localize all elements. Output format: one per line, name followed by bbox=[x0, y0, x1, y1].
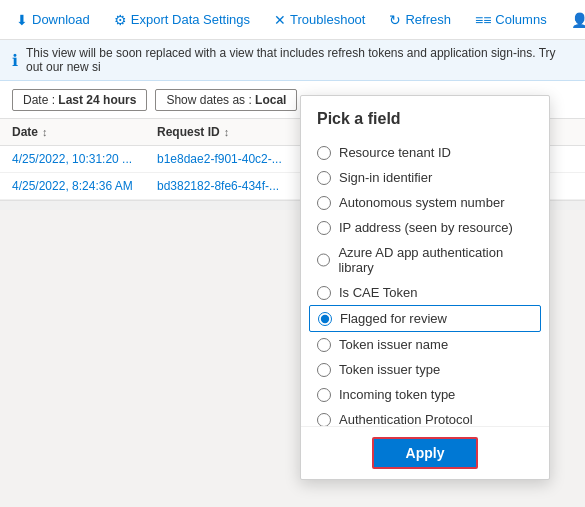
refresh-icon: ↻ bbox=[389, 12, 401, 28]
radio-input[interactable] bbox=[317, 221, 331, 235]
radio-item[interactable]: Is CAE Token bbox=[301, 280, 549, 305]
show-dates-label: Show dates as : Local bbox=[166, 93, 286, 107]
sort-icon-reqid[interactable]: ↕ bbox=[224, 126, 230, 138]
toolbar: ⬇ Download ⚙ Export Data Settings ✕ Trou… bbox=[0, 0, 585, 40]
info-banner: ℹ This view will be soon replaced with a… bbox=[0, 40, 585, 81]
refresh-button[interactable]: ↻ Refresh bbox=[381, 8, 459, 32]
radio-label: Token issuer name bbox=[339, 337, 448, 352]
refresh-label: Refresh bbox=[405, 12, 451, 27]
radio-label: Resource tenant ID bbox=[339, 145, 451, 160]
got-button[interactable]: 👤 Got f bbox=[563, 8, 585, 32]
date-filter-chip[interactable]: Date : Last 24 hours bbox=[12, 89, 147, 111]
radio-label: Sign-in identifier bbox=[339, 170, 432, 185]
date-filter-label: Date : Last 24 hours bbox=[23, 93, 136, 107]
download-icon: ⬇ bbox=[16, 12, 28, 28]
radio-input[interactable] bbox=[317, 338, 331, 352]
radio-label: Is CAE Token bbox=[339, 285, 418, 300]
export-button[interactable]: ⚙ Export Data Settings bbox=[106, 8, 258, 32]
radio-item[interactable]: Azure AD app authentication library bbox=[301, 240, 549, 280]
radio-label: Flagged for review bbox=[340, 311, 447, 326]
radio-input[interactable] bbox=[317, 388, 331, 402]
dropdown-title: Pick a field bbox=[301, 96, 549, 136]
radio-item[interactable]: Incoming token type bbox=[301, 382, 549, 407]
radio-item[interactable]: IP address (seen by resource) bbox=[301, 215, 549, 240]
user-icon: 👤 bbox=[571, 12, 585, 28]
radio-item[interactable]: Flagged for review bbox=[309, 305, 541, 332]
columns-icon: ≡≡ bbox=[475, 12, 491, 28]
dropdown-footer: Apply bbox=[301, 426, 549, 479]
sort-icon-date[interactable]: ↕ bbox=[42, 126, 48, 138]
radio-label: Authentication Protocol bbox=[339, 412, 473, 426]
radio-item[interactable]: Sign-in identifier bbox=[301, 165, 549, 190]
download-label: Download bbox=[32, 12, 90, 27]
radio-input[interactable] bbox=[317, 286, 331, 300]
dropdown-list[interactable]: Resource tenant IDSign-in identifierAuto… bbox=[301, 136, 549, 426]
radio-item[interactable]: Authentication Protocol bbox=[301, 407, 549, 426]
radio-item[interactable]: Resource tenant ID bbox=[301, 140, 549, 165]
radio-input[interactable] bbox=[317, 413, 331, 427]
cell-reqid-1: b1e8dae2-f901-40c2-... bbox=[157, 152, 302, 166]
troubleshoot-button[interactable]: ✕ Troubleshoot bbox=[266, 8, 373, 32]
col-header-reqid: Request ID ↕ bbox=[157, 125, 302, 139]
radio-input[interactable] bbox=[317, 253, 330, 267]
radio-input[interactable] bbox=[317, 196, 331, 210]
radio-input[interactable] bbox=[317, 146, 331, 160]
radio-input[interactable] bbox=[317, 363, 331, 377]
radio-item[interactable]: Token issuer name bbox=[301, 332, 549, 357]
columns-label: Columns bbox=[495, 12, 546, 27]
banner-text: This view will be soon replaced with a v… bbox=[26, 46, 573, 74]
columns-button[interactable]: ≡≡ Columns bbox=[467, 8, 555, 32]
export-label: Export Data Settings bbox=[131, 12, 250, 27]
troubleshoot-label: Troubleshoot bbox=[290, 12, 365, 27]
cell-date-1: 4/25/2022, 10:31:20 ... bbox=[12, 152, 157, 166]
show-dates-chip[interactable]: Show dates as : Local bbox=[155, 89, 297, 111]
radio-label: Incoming token type bbox=[339, 387, 455, 402]
info-icon: ℹ bbox=[12, 51, 18, 70]
radio-label: Autonomous system number bbox=[339, 195, 504, 210]
radio-label: Azure AD app authentication library bbox=[338, 245, 533, 275]
radio-label: IP address (seen by resource) bbox=[339, 220, 513, 235]
col-header-date: Date ↕ bbox=[12, 125, 157, 139]
cell-reqid-2: bd382182-8fe6-434f-... bbox=[157, 179, 302, 193]
download-button[interactable]: ⬇ Download bbox=[8, 8, 98, 32]
apply-button[interactable]: Apply bbox=[372, 437, 479, 469]
radio-input[interactable] bbox=[317, 171, 331, 185]
radio-input[interactable] bbox=[318, 312, 332, 326]
troubleshoot-icon: ✕ bbox=[274, 12, 286, 28]
radio-item[interactable]: Autonomous system number bbox=[301, 190, 549, 215]
export-icon: ⚙ bbox=[114, 12, 127, 28]
radio-item[interactable]: Token issuer type bbox=[301, 357, 549, 382]
pick-field-dropdown: Pick a field Resource tenant IDSign-in i… bbox=[300, 95, 550, 480]
radio-label: Token issuer type bbox=[339, 362, 440, 377]
cell-date-2: 4/25/2022, 8:24:36 AM bbox=[12, 179, 157, 193]
